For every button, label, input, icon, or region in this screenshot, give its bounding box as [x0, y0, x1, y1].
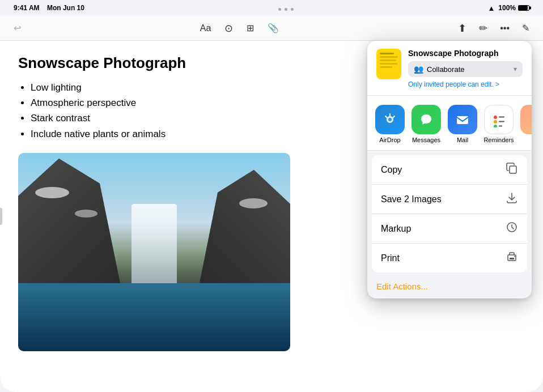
markup-pen-icon[interactable]: ✏ — [477, 20, 490, 37]
time: 9:41 AM — [14, 4, 40, 12]
undo-icon[interactable]: ↩ — [11, 20, 23, 36]
popover-note-info: Snowscape Photograph 👥 Collaborate ▾ Onl… — [408, 49, 523, 88]
svg-rect-7 — [499, 121, 504, 122]
svg-rect-2 — [457, 116, 468, 124]
collaborate-left: 👥 Collaborate — [414, 65, 465, 74]
share-popover: Snowscape Photograph 👥 Collaborate ▾ Onl… — [367, 41, 532, 299]
format-text-icon[interactable]: Aa — [198, 21, 214, 36]
messages-icon — [412, 105, 441, 134]
svg-rect-8 — [499, 126, 502, 127]
more-apps-icon — [520, 105, 532, 134]
save-images-label: Save 2 Images — [381, 194, 442, 204]
status-bar: 9:41 AM Mon Jun 10 ▲ 100% — [0, 0, 543, 16]
people-icon: 👥 — [414, 65, 423, 74]
svg-rect-9 — [510, 166, 516, 173]
svg-point-4 — [494, 120, 497, 123]
reminders-label: Reminders — [483, 137, 514, 143]
svg-point-5 — [494, 125, 497, 127]
print-action[interactable]: Print — [372, 244, 527, 272]
svg-rect-12 — [510, 258, 514, 259]
toolbar: ↩ Aa ⊙ ⊞ 📎 ⬆ ✏ ••• ✎ — [0, 16, 543, 41]
mail-icon — [448, 105, 477, 134]
print-icon — [506, 250, 518, 266]
share-app-mail[interactable]: Mail — [447, 105, 478, 143]
cliff-left — [18, 159, 120, 283]
ipad-frame: 9:41 AM Mon Jun 10 ▲ 100% ↩ Aa — [0, 0, 543, 392]
note-photo — [18, 153, 290, 351]
markup-icon — [506, 221, 518, 236]
invite-link[interactable]: > — [495, 80, 499, 88]
invite-only-text: Only invited people can edit. > — [408, 80, 523, 88]
messages-label: Messages — [412, 137, 440, 143]
markup-label: Markup — [381, 224, 411, 234]
svg-point-3 — [494, 116, 497, 119]
save-images-action[interactable]: Save 2 Images — [372, 185, 527, 214]
toolbar-right: ⬆ ✏ ••• ✎ — [456, 20, 532, 37]
share-app-more[interactable] — [519, 105, 532, 143]
edit-actions-button[interactable]: Edit Actions... — [376, 282, 428, 291]
copy-label: Copy — [381, 165, 402, 175]
svg-point-1 — [388, 118, 392, 121]
copy-action[interactable]: Copy — [372, 155, 527, 185]
svg-point-13 — [514, 256, 515, 257]
action-list: Copy Save 2 Images — [372, 155, 527, 272]
chevron-down-icon: ▾ — [514, 65, 517, 73]
collaborate-button[interactable]: 👥 Collaborate ▾ — [408, 61, 523, 77]
airdrop-icon — [375, 105, 405, 134]
popover-header: Snowscape Photograph 👥 Collaborate ▾ Onl… — [367, 41, 532, 96]
toolbar-center: Aa ⊙ ⊞ 📎 — [198, 20, 282, 37]
checklist-icon[interactable]: ⊙ — [222, 20, 235, 37]
save-images-icon — [506, 191, 518, 207]
status-time: 9:41 AM Mon Jun 10 — [14, 4, 84, 12]
edit-actions-section: Edit Actions... — [367, 277, 532, 299]
collaborate-label: Collaborate — [427, 65, 465, 74]
note-app-icon — [376, 49, 401, 79]
share-app-messages[interactable]: Messages — [410, 105, 442, 143]
popover-note-title: Snowscape Photograph — [408, 49, 523, 58]
date: Mon Jun 10 — [47, 4, 84, 12]
content-area: Snowscape Photograph Low lighting Atmosp… — [0, 41, 543, 392]
share-app-reminders[interactable]: Reminders — [483, 105, 515, 143]
more-options-icon[interactable]: ••• — [498, 21, 512, 36]
attach-icon[interactable]: 📎 — [265, 20, 281, 36]
edit-compose-icon[interactable]: ✎ — [520, 20, 532, 36]
edge-collapse-handle[interactable] — [0, 208, 2, 225]
svg-rect-6 — [499, 117, 504, 118]
cliff-right — [200, 170, 290, 283]
waterfall — [131, 204, 177, 295]
water-pool — [18, 283, 290, 351]
status-center-dots — [278, 6, 294, 11]
wifi-icon: ▲ — [487, 4, 495, 12]
airdrop-label: AirDrop — [379, 137, 400, 143]
copy-icon — [506, 162, 518, 177]
share-apps-row: AirDrop Messages — [367, 96, 532, 151]
markup-action[interactable]: Markup — [372, 214, 527, 244]
reminders-icon — [484, 105, 514, 134]
share-app-airdrop[interactable]: AirDrop — [374, 105, 406, 143]
table-icon[interactable]: ⊞ — [244, 20, 256, 36]
share-icon[interactable]: ⬆ — [456, 20, 469, 37]
battery: 100% — [498, 4, 529, 12]
toolbar-left: ↩ — [11, 20, 23, 36]
status-right: ▲ 100% — [487, 4, 529, 12]
mail-label: Mail — [457, 137, 468, 143]
print-label: Print — [381, 253, 400, 263]
